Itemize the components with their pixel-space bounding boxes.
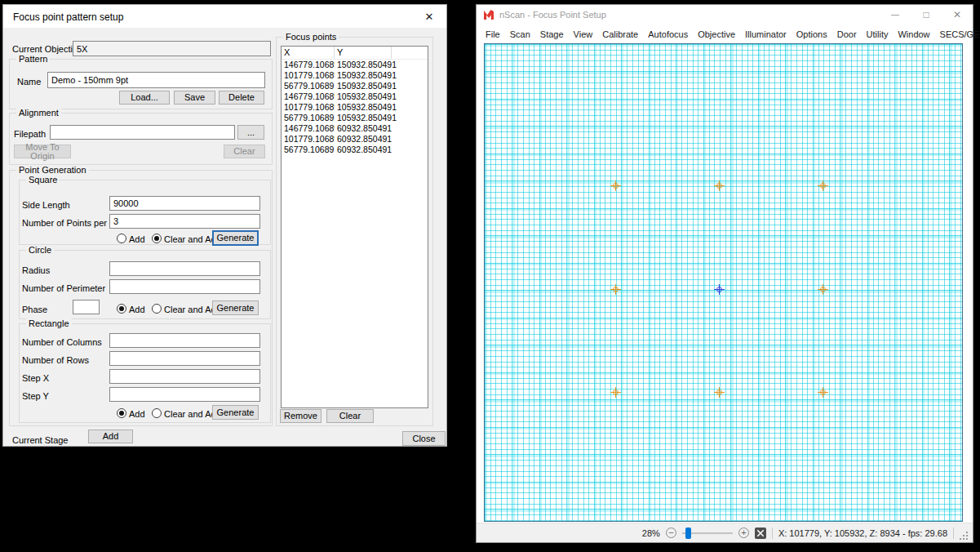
- radius-input[interactable]: [109, 261, 260, 276]
- zoom-slider[interactable]: [682, 528, 733, 539]
- focus-point-cell: 150932.850491: [335, 60, 397, 70]
- stage-grid-view[interactable]: [484, 43, 963, 522]
- close-button[interactable]: Close: [402, 431, 446, 446]
- current-stage-add-button[interactable]: Add: [88, 430, 133, 443]
- menu-autofocus[interactable]: Autofocus: [643, 29, 693, 39]
- menu-secs-gem[interactable]: SECS/GEM: [935, 29, 980, 39]
- column-header-x[interactable]: X: [282, 47, 335, 59]
- focus-point-marker[interactable]: [818, 387, 828, 398]
- app-titlebar[interactable]: nScan - Focus Point Setup — □ ✕: [477, 5, 973, 24]
- alignment-clear-button[interactable]: Clear: [224, 145, 265, 158]
- focus-point-row[interactable]: 56779.106891150932.850491: [282, 81, 428, 91]
- zoom-slider-thumb[interactable]: [685, 528, 691, 539]
- menu-utility[interactable]: Utility: [862, 29, 894, 39]
- focus-point-marker[interactable]: [714, 387, 725, 398]
- alignment-group-label: Alignment: [16, 108, 61, 118]
- circle-clear-add-radio[interactable]: [152, 304, 162, 314]
- focus-point-marker-selected[interactable]: [714, 284, 725, 295]
- current-objective-field[interactable]: [73, 41, 271, 56]
- remove-button[interactable]: Remove: [280, 409, 321, 423]
- columns-input[interactable]: [109, 333, 260, 348]
- menu-calibrate[interactable]: Calibrate: [597, 29, 643, 39]
- menu-illuminator[interactable]: Illuminator: [740, 29, 792, 39]
- save-button[interactable]: Save: [174, 91, 215, 105]
- focus-point-row[interactable]: 146779.106891150932.850491: [282, 60, 428, 70]
- menu-window[interactable]: Window: [893, 29, 934, 39]
- close-icon[interactable]: ✕: [942, 5, 973, 24]
- step-y-input[interactable]: [109, 387, 260, 402]
- menu-door[interactable]: Door: [832, 29, 862, 39]
- perimeter-label: Number of Perimeter: [22, 283, 105, 293]
- rows-label: Number of Rows: [22, 355, 89, 365]
- maximize-icon[interactable]: □: [911, 5, 942, 24]
- rectangle-clear-add-radio[interactable]: [152, 408, 162, 418]
- column-header-y[interactable]: Y: [335, 47, 392, 59]
- dialog-titlebar[interactable]: Focus point pattern setup ✕: [3, 5, 446, 28]
- phase-label: Phase: [22, 305, 47, 314]
- square-clear-add-radio[interactable]: [152, 234, 162, 243]
- focus-point-marker[interactable]: [818, 284, 828, 295]
- focus-points-rows: 146779.106891150932.850491101779.1068911…: [282, 60, 428, 155]
- focus-point-row[interactable]: 101779.10689160932.850491: [282, 134, 428, 145]
- menu-options[interactable]: Options: [792, 29, 832, 39]
- focus-points-clear-button[interactable]: Clear: [326, 409, 374, 423]
- square-generate-button[interactable]: Generate: [212, 230, 259, 246]
- filepath-input[interactable]: [50, 125, 235, 140]
- focus-point-marker[interactable]: [714, 180, 725, 191]
- columns-label: Number of Columns: [22, 337, 102, 347]
- move-to-origin-button[interactable]: Move To Origin: [14, 145, 71, 158]
- square-add-radio[interactable]: [117, 234, 126, 243]
- circle-add-radio[interactable]: [117, 304, 126, 314]
- points-per-input[interactable]: [109, 214, 260, 229]
- rectangle-add-label: Add: [129, 409, 145, 419]
- radius-label: Radius: [22, 265, 50, 275]
- menu-view[interactable]: View: [569, 29, 598, 39]
- focus-point-marker[interactable]: [610, 284, 621, 295]
- pattern-name-input[interactable]: [47, 72, 265, 88]
- rectangle-generate-button[interactable]: Generate: [212, 405, 259, 420]
- focus-point-cell: 150932.850491: [335, 70, 397, 81]
- focus-point-row[interactable]: 101779.106891150932.850491: [282, 70, 428, 81]
- step-x-input[interactable]: [109, 369, 260, 384]
- focus-point-row[interactable]: 101779.106891105932.850491: [282, 102, 428, 113]
- focus-point-marker[interactable]: [610, 387, 621, 398]
- dialog-close-icon[interactable]: ✕: [412, 5, 446, 28]
- focus-point-row[interactable]: 146779.106891105932.850491: [282, 91, 428, 102]
- menu-scan[interactable]: Scan: [505, 29, 535, 39]
- focus-point-row[interactable]: 56779.106891105932.850491: [282, 113, 428, 123]
- focus-point-cell: 105932.850491: [335, 102, 397, 113]
- menu-file[interactable]: File: [481, 29, 505, 39]
- browse-button[interactable]: ...: [237, 125, 264, 140]
- minimize-icon[interactable]: —: [880, 5, 911, 24]
- menu-stage[interactable]: Stage: [535, 29, 569, 39]
- rectangle-add-radio[interactable]: [117, 408, 126, 418]
- circle-generate-button[interactable]: Generate: [212, 300, 259, 315]
- focus-point-row[interactable]: 146779.10689160932.850491: [282, 123, 428, 134]
- zoom-out-icon[interactable]: −: [666, 528, 676, 538]
- menubar: FileScanStageViewCalibrateAutofocusObjec…: [481, 26, 973, 42]
- dialog-title: Focus point pattern setup: [13, 11, 123, 23]
- menu-objective[interactable]: Objective: [693, 29, 740, 39]
- focus-point-cell: 56779.106891: [282, 145, 335, 155]
- focus-point-marker[interactable]: [610, 180, 621, 191]
- resize-grip[interactable]: [960, 532, 969, 541]
- side-length-input[interactable]: [109, 196, 260, 211]
- rows-input[interactable]: [109, 351, 260, 366]
- focus-point-cell: 146779.106891: [282, 123, 335, 134]
- load-button[interactable]: Load...: [119, 91, 170, 105]
- focus-point-cell: 150932.850491: [335, 81, 397, 91]
- status-divider: [953, 528, 954, 539]
- fit-view-icon[interactable]: [755, 528, 766, 539]
- square-group-label: Square: [26, 175, 60, 185]
- focus-point-row[interactable]: 56779.10689160932.850491: [282, 145, 428, 155]
- focus-point-cell: 60932.850491: [335, 145, 392, 155]
- focus-point-cell: 105932.850491: [335, 91, 397, 102]
- focus-points-list[interactable]: X Y 146779.106891150932.850491101779.106…: [281, 46, 428, 408]
- focus-point-cell: 60932.850491: [335, 123, 392, 134]
- delete-button[interactable]: Delete: [219, 91, 264, 105]
- perimeter-input[interactable]: [109, 279, 260, 294]
- focus-point-marker[interactable]: [818, 180, 828, 191]
- zoom-in-icon[interactable]: +: [738, 528, 749, 538]
- square-add-label: Add: [129, 234, 145, 244]
- phase-input[interactable]: [73, 300, 100, 314]
